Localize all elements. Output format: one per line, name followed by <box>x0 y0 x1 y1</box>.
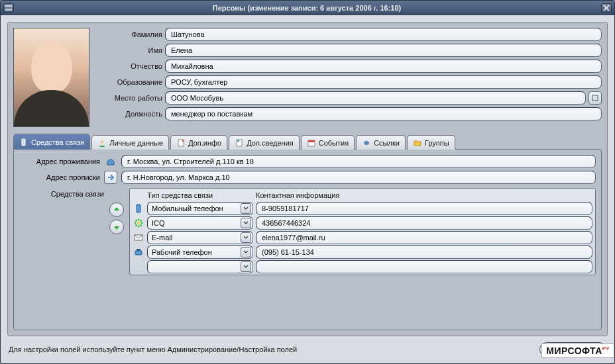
contact-value-input[interactable] <box>256 202 592 215</box>
note-blue-icon <box>235 138 244 148</box>
watermark: МИРСОФТАРУ <box>541 343 614 358</box>
patronymic-input[interactable] <box>165 60 602 73</box>
app-window: Персоны (изменение записи: 6 августа 200… <box>0 0 615 364</box>
tab-personal[interactable]: Личные данные <box>91 135 169 150</box>
tab-label: Доп.инфо <box>188 139 221 147</box>
contact-value-input[interactable] <box>256 246 592 259</box>
copy-address-button[interactable] <box>104 171 117 184</box>
contact-row: ICQ <box>133 216 592 230</box>
svg-rect-9 <box>308 140 315 142</box>
icq-icon <box>133 218 144 228</box>
chevron-down-icon <box>241 261 251 272</box>
workphone-icon <box>133 248 144 256</box>
contact-move-down-button[interactable] <box>109 220 124 234</box>
tab-label: Ссылки <box>374 139 400 147</box>
contact-type-value: Мобильный телефон <box>152 205 223 212</box>
contact-value-input[interactable] <box>256 260 592 273</box>
position-label: Должность <box>96 110 162 118</box>
tab-bar: Средства связи Личные данные Доп.инфо <box>13 134 602 150</box>
tab-label: Средства связи <box>31 138 84 146</box>
chevron-down-icon <box>241 232 251 243</box>
svg-point-13 <box>138 226 140 228</box>
contact-move-up-button[interactable] <box>109 203 124 217</box>
contact-type-select[interactable]: ICQ <box>147 216 253 230</box>
watermark-text: МИРСОФТА <box>546 345 602 356</box>
svg-rect-22 <box>137 249 140 251</box>
surname-label: Фамилия <box>96 30 162 38</box>
education-input[interactable] <box>165 75 602 89</box>
workplace-lookup-button[interactable] <box>588 91 602 105</box>
watermark-suffix: РУ <box>602 345 610 351</box>
tab-contacts[interactable]: Средства связи <box>13 134 90 150</box>
surname-input[interactable] <box>165 28 602 41</box>
contact-type-value: E-mail <box>152 234 172 242</box>
contact-type-select[interactable]: Мобильный телефон <box>147 202 253 215</box>
contact-row <box>133 260 592 273</box>
position-input[interactable] <box>165 107 602 120</box>
svg-rect-2 <box>592 95 598 101</box>
svg-point-19 <box>140 224 142 226</box>
svg-point-18 <box>135 224 137 226</box>
footer-hint: Для настройки полей используйте пункт ме… <box>9 345 297 353</box>
person-fields: Фамилия Имя Отчество Образование <box>96 28 602 127</box>
svg-point-12 <box>138 219 140 221</box>
tab-events[interactable]: События <box>301 135 355 150</box>
svg-rect-3 <box>22 139 25 146</box>
contact-type-value: ICQ <box>152 219 165 227</box>
patronymic-label: Отчество <box>96 62 162 70</box>
svg-point-16 <box>135 220 137 222</box>
tab-label: Личные данные <box>109 139 163 147</box>
chevron-down-icon <box>241 218 251 228</box>
folder-icon <box>413 138 422 148</box>
close-button[interactable] <box>601 3 612 13</box>
address-reg-input[interactable] <box>121 171 596 184</box>
education-label: Образование <box>96 78 162 86</box>
system-menu-button[interactable] <box>3 3 14 13</box>
svg-point-14 <box>135 222 137 224</box>
chevron-down-icon <box>241 247 251 257</box>
main-panel: Фамилия Имя Отчество Образование <box>7 22 608 336</box>
svg-rect-1 <box>5 7 12 9</box>
tab-links[interactable]: Ссылки <box>356 135 406 150</box>
content-area: Фамилия Имя Отчество Образование <box>1 15 614 340</box>
col-type-header: Тип средства связи <box>147 191 253 199</box>
svg-rect-10 <box>137 205 140 212</box>
tab-extra-info[interactable]: Доп.инфо <box>170 135 227 150</box>
tab-label: События <box>319 139 349 147</box>
tab-groups[interactable]: Группы <box>407 135 455 150</box>
contact-value-input[interactable] <box>256 231 592 244</box>
tab-label: Группы <box>425 139 449 147</box>
svg-point-17 <box>140 220 142 222</box>
footer-bar: Для настройки полей используйте пункт ме… <box>9 342 606 357</box>
name-input[interactable] <box>165 44 602 57</box>
contact-row: E-mail <box>133 231 592 244</box>
contact-type-select[interactable]: Рабочий телефон <box>147 246 253 259</box>
mobile-icon <box>133 204 144 213</box>
address-live-label: Адрес проживания <box>19 158 100 165</box>
person-icon <box>97 138 107 148</box>
svg-rect-21 <box>135 251 142 255</box>
address-live-input[interactable] <box>121 155 596 168</box>
contact-type-select[interactable]: E-mail <box>147 231 253 244</box>
address-reg-label: Адрес прописки <box>19 173 100 181</box>
contact-type-select[interactable] <box>147 260 253 273</box>
tab-extra-data[interactable]: Доп.сведения <box>229 135 300 150</box>
window-title: Персоны (изменение записи: 6 августа 200… <box>14 4 600 12</box>
svg-rect-7 <box>237 140 239 142</box>
name-label: Имя <box>96 46 162 54</box>
person-photo[interactable] <box>13 28 89 127</box>
contact-type-value: Рабочий телефон <box>152 248 212 256</box>
workplace-input[interactable] <box>165 91 586 105</box>
tab-label: Доп.сведения <box>247 139 294 147</box>
chevron-down-icon <box>241 203 251 214</box>
svg-point-15 <box>141 222 143 224</box>
house-icon <box>104 155 117 168</box>
contact-value-input[interactable] <box>256 216 592 230</box>
phone-icon <box>19 138 28 147</box>
note-red-icon <box>176 138 186 148</box>
svg-point-4 <box>101 140 104 143</box>
contact-row: Рабочий телефон <box>133 246 592 259</box>
tab-page-contacts: Адрес проживания Адрес прописки Средства… <box>13 149 602 330</box>
contacts-label: Средства связи <box>19 188 104 275</box>
mail-icon <box>133 234 144 242</box>
